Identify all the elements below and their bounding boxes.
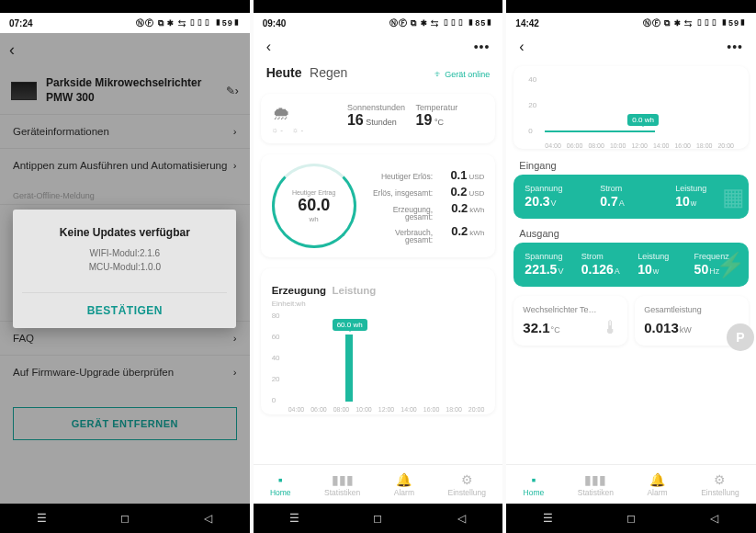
tab-power[interactable]: Leistung [332, 285, 376, 296]
ring-unit: wh [310, 215, 319, 223]
modal-title: Keine Updates verfügbar [22, 226, 227, 239]
more-icon[interactable]: ••• [727, 40, 743, 54]
kv-list: Heutiger Erlös:0.1USD Erlös, insgesamt:0… [367, 165, 485, 247]
sunset-icon: ☼ - [292, 126, 303, 134]
status-icons: ⓃⒻ ⧉ ✱ ⇆ ▯▯▯ ▮59▮ [643, 17, 748, 29]
home-icon: ▪ [531, 472, 536, 487]
ytick: 20 [528, 101, 536, 109]
gear-icon: ⚙ [714, 472, 726, 487]
output-section-label: Ausgang [506, 222, 756, 239]
ytick: 40 [528, 75, 536, 84]
tab-generation[interactable]: Erzeugung [272, 285, 326, 296]
solar-panel-icon: ▦ [722, 183, 745, 211]
ytick: 0 [272, 396, 276, 404]
stats-icon: ▮▮▮ [584, 472, 606, 487]
modal-overlay[interactable]: Keine Updates verfügbar WIFI-Modul:2.1.6… [0, 33, 250, 504]
back-icon[interactable]: ‹ [519, 39, 524, 55]
alarm-icon: 🔔 [649, 472, 665, 487]
status-icons: ⓃⒻ ⧉ ✱ ⇆ ▯▯▯ ▮59▮ [136, 17, 241, 29]
temp-label: Temperatur [416, 103, 485, 112]
alarm-icon: 🔔 [396, 472, 412, 487]
total-power-card: Gesamtleistung 0.013kW P [635, 296, 749, 346]
wifi-icon: ᯤ [434, 70, 443, 79]
nav-recent-icon[interactable]: ☰ [287, 512, 303, 525]
line-chart[interactable]: 40 20 0 0.0 wh 04:0006:0008:0010:0012:00… [528, 75, 734, 147]
nav-back-icon[interactable]: ◁ [199, 512, 216, 525]
back-icon[interactable]: ‹ [266, 39, 271, 55]
android-navbar: ☰ ◻ ◁ [254, 504, 503, 533]
generation-chart-card: Erzeugung Leistung Einheit:wh 80 60 40 2… [261, 268, 496, 414]
sunrise-icon: ☼ - [272, 126, 283, 134]
modal-mcu-version: MCU-Modul:1.0.0 [22, 260, 227, 274]
nav-back-icon[interactable]: ◁ [706, 512, 723, 525]
x-axis: 04:0006:0008:0010:0012:0014:0016:0018:00… [288, 406, 485, 413]
notch-bar [254, 0, 503, 13]
input-section-label: Eingang [506, 154, 756, 171]
device-online-badge: ᯤ Gerät online [434, 70, 491, 79]
chart-tooltip: 0.0 wh [627, 114, 659, 126]
status-bar: 07:24 ⓃⒻ ⧉ ✱ ⇆ ▯▯▯ ▮59▮ [0, 13, 250, 33]
gear-icon: ⚙ [461, 472, 473, 487]
notch-bar [506, 0, 756, 13]
home-icon: ▪ [278, 472, 283, 487]
ring-value: 60.0 [298, 196, 330, 215]
p-badge-icon: P [727, 323, 754, 351]
modal-confirm-button[interactable]: BESTÄTIGEN [22, 292, 227, 328]
chart-bar [345, 335, 353, 402]
input-card: Spannung20.3V Strom0.7A Leistung10w ▦ [513, 175, 749, 219]
weather-card: 🌧 ☼ -☼ - Sonnenstunden 16 Stunden Temper… [261, 94, 496, 143]
ytick: 40 [272, 354, 280, 362]
nav-back-icon[interactable]: ◁ [453, 512, 469, 525]
status-icons: ⓃⒻ ⧉ ✱ ⇆ ▯▯▯ ▮85▮ [389, 17, 494, 29]
sunhours-value: 16 [347, 112, 364, 128]
status-bar: 09:40 ⓃⒻ ⧉ ✱ ⇆ ▯▯▯ ▮85▮ [254, 13, 503, 33]
x-axis: 04:0006:0008:0010:0012:0014:0016:0018:00… [545, 142, 734, 149]
ytick: 0 [528, 127, 532, 135]
tab-stats[interactable]: ▮▮▮Statistiken [578, 472, 614, 497]
phone-3-io-detail: 14:42 ⓃⒻ ⧉ ✱ ⇆ ▯▯▯ ▮59▮ ‹ ••• 40 20 0 0.… [506, 0, 756, 533]
android-navbar: ☰ ◻ ◁ [506, 504, 756, 533]
android-navbar: ☰ ◻ ◁ [0, 504, 250, 533]
temp-unit: °C [434, 118, 444, 127]
sunhours-label: Sonnenstunden [347, 103, 416, 112]
rain-icon: 🌧 [272, 103, 347, 124]
inverter-temp-card: Wechselrichter Te… 32.1°C 🌡 [513, 296, 627, 346]
notch-bar [0, 0, 250, 13]
tab-home[interactable]: ▪Home [270, 472, 291, 497]
nav-home-icon[interactable]: ◻ [117, 512, 133, 525]
temp-value: 19 [416, 112, 433, 128]
tab-home[interactable]: ▪Home [524, 472, 545, 497]
status-bar: 14:42 ⓃⒻ ⧉ ✱ ⇆ ▯▯▯ ▮59▮ [506, 13, 756, 33]
ring-label: Heutiger Ertrag [292, 189, 335, 196]
sunhours-unit: Stunden [366, 118, 397, 127]
status-time: 07:24 [9, 18, 33, 28]
tab-settings[interactable]: ⚙Einstellung [447, 472, 486, 497]
nav-recent-icon[interactable]: ☰ [540, 512, 557, 525]
tab-alarm[interactable]: 🔔Alarm [647, 472, 667, 497]
tab-alarm[interactable]: 🔔Alarm [394, 472, 414, 497]
pole-icon: ⚡ [716, 251, 745, 279]
stats-icon: ▮▮▮ [332, 472, 354, 487]
weather-label: Regen [310, 65, 347, 80]
status-time: 14:42 [515, 18, 539, 28]
phone-1-device-settings: 07:24 ⓃⒻ ⧉ ✱ ⇆ ▯▯▯ ▮59▮ ‹ Parkside Mikro… [0, 0, 250, 533]
yield-card: Heutiger Ertrag 60.0 wh Heutiger Erlös:0… [261, 154, 496, 257]
status-time: 09:40 [263, 18, 287, 28]
tab-bar: ▪Home ▮▮▮Statistiken 🔔Alarm ⚙Einstellung [506, 464, 756, 504]
ytick: 80 [272, 312, 280, 320]
output-card: Spannung221.5V Strom0.126A Leistung10w F… [513, 243, 749, 287]
nav-recent-icon[interactable]: ☰ [33, 512, 50, 525]
nav-home-icon[interactable]: ◻ [369, 512, 386, 525]
nav-home-icon[interactable]: ◻ [623, 512, 639, 525]
line-chart-card: 40 20 0 0.0 wh 04:0006:0008:0010:0012:00… [513, 66, 749, 149]
tab-stats[interactable]: ▮▮▮Statistiken [324, 472, 360, 497]
yield-ring: Heutiger Ertrag 60.0 wh [272, 164, 356, 248]
phone-2-home-dashboard: 09:40 ⓃⒻ ⧉ ✱ ⇆ ▯▯▯ ▮85▮ ‹ ••• Heute Rege… [254, 0, 503, 533]
thermometer-icon: 🌡 [602, 317, 620, 338]
modal-wifi-version: WIFI-Modul:2.1.6 [22, 246, 227, 260]
no-updates-modal: Keine Updates verfügbar WIFI-Modul:2.1.6… [13, 210, 236, 328]
tab-settings[interactable]: ⚙Einstellung [701, 472, 739, 497]
bar-chart[interactable]: 80 60 40 20 0 60.0 wh 04:0006:0008:0010:… [272, 312, 485, 413]
more-icon[interactable]: ••• [474, 40, 491, 54]
ytick: 60 [272, 333, 280, 341]
